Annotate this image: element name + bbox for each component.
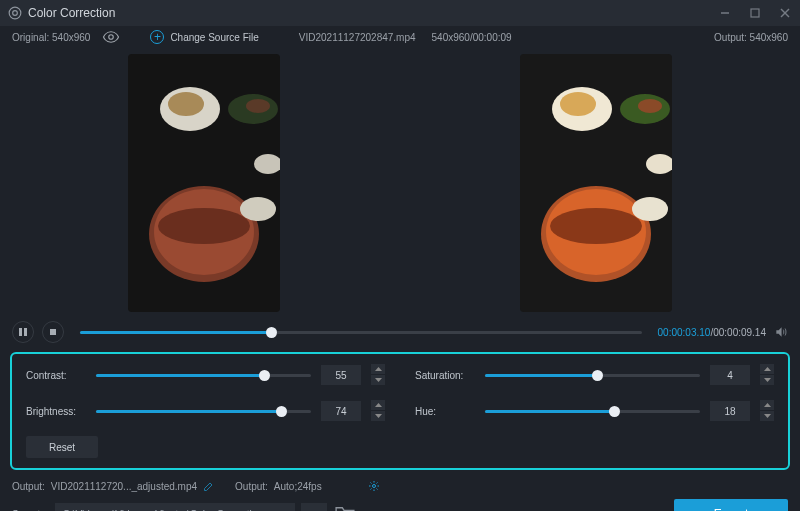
saturation-slider[interactable] <box>485 374 700 377</box>
saturation-value[interactable]: 4 <box>710 365 750 385</box>
saturation-spinner <box>760 364 774 386</box>
preview-area <box>0 48 800 318</box>
contrast-slider[interactable] <box>96 374 311 377</box>
reset-button[interactable]: Reset <box>26 436 98 458</box>
play-pause-button[interactable] <box>12 321 34 343</box>
svg-point-6 <box>109 35 114 40</box>
output-format-label: Output: <box>235 481 268 492</box>
brightness-down[interactable] <box>371 411 385 421</box>
saturation-label: Saturation: <box>415 370 475 381</box>
preview-original <box>128 54 280 312</box>
source-resolution-duration: 540x960/00:00:09 <box>432 32 512 43</box>
change-source-link[interactable]: Change Source File <box>170 32 258 43</box>
output-format-value: Auto;24fps <box>274 481 322 492</box>
brightness-label: Brightness: <box>26 406 86 417</box>
brightness-value[interactable]: 74 <box>321 401 361 421</box>
hue-value[interactable]: 18 <box>710 401 750 421</box>
color-controls-panel: Contrast: 55 Saturation: 4 Brightness: 7… <box>10 352 790 470</box>
timeline-bar: 00:00:03.10/00:00:09.14 <box>0 318 800 346</box>
timeline-track[interactable] <box>80 331 642 334</box>
maximize-button[interactable] <box>748 6 762 20</box>
brightness-spinner <box>371 400 385 422</box>
saturation-control: Saturation: 4 <box>415 364 774 386</box>
edit-filename-icon[interactable] <box>203 480 215 492</box>
open-folder-icon[interactable] <box>333 506 357 511</box>
brightness-control: Brightness: 74 <box>26 400 385 422</box>
svg-point-12 <box>168 92 204 116</box>
total-time: /00:00:09.14 <box>710 327 766 338</box>
output-settings-icon[interactable] <box>368 480 380 492</box>
svg-point-20 <box>550 208 642 244</box>
saturation-thumb[interactable] <box>592 370 603 381</box>
contrast-label: Contrast: <box>26 370 86 381</box>
close-button[interactable] <box>778 6 792 20</box>
contrast-thumb[interactable] <box>259 370 270 381</box>
svg-point-14 <box>246 99 270 113</box>
preview-toggle-icon[interactable] <box>102 28 120 46</box>
timeline-time: 00:00:03.10/00:00:09.14 <box>658 327 766 338</box>
output-file-label: Output: <box>12 481 45 492</box>
brightness-thumb[interactable] <box>276 406 287 417</box>
hue-thumb[interactable] <box>609 406 620 417</box>
info-bar: Original: 540x960 + Change Source File V… <box>0 26 800 48</box>
current-time: 00:00:03.10 <box>658 327 711 338</box>
preview-adjusted <box>520 54 672 312</box>
svg-point-16 <box>240 197 276 221</box>
hue-down[interactable] <box>760 411 774 421</box>
svg-rect-3 <box>751 9 759 17</box>
svg-point-0 <box>9 7 21 19</box>
output-file-value: VID2021112720..._adjusted.mp4 <box>51 481 197 492</box>
minimize-button[interactable] <box>718 6 732 20</box>
save-row: Save to: C:\Vidmore\Vidmore Vi...rter\Co… <box>0 496 800 511</box>
hue-up[interactable] <box>760 400 774 410</box>
svg-point-30 <box>372 485 375 488</box>
svg-point-1 <box>13 11 18 16</box>
svg-point-24 <box>638 99 662 113</box>
volume-icon[interactable] <box>774 325 788 339</box>
contrast-control: Contrast: 55 <box>26 364 385 386</box>
contrast-spinner <box>371 364 385 386</box>
reset-wrap: Reset <box>26 436 385 458</box>
timeline-thumb[interactable] <box>266 327 277 338</box>
svg-point-22 <box>560 92 596 116</box>
timeline-progress <box>80 331 271 334</box>
svg-rect-27 <box>19 328 22 336</box>
window-title: Color Correction <box>28 6 702 20</box>
output-info-row: Output: VID2021112720..._adjusted.mp4 Ou… <box>0 476 800 496</box>
svg-point-26 <box>632 197 668 221</box>
brightness-slider[interactable] <box>96 410 311 413</box>
stop-button[interactable] <box>42 321 64 343</box>
saturation-down[interactable] <box>760 375 774 385</box>
hue-control: Hue: 18 <box>415 400 774 422</box>
export-button[interactable]: Export <box>674 499 788 511</box>
output-resolution-label: Output: 540x960 <box>714 32 788 43</box>
app-logo-icon <box>8 6 22 20</box>
contrast-up[interactable] <box>371 364 385 374</box>
hue-label: Hue: <box>415 406 475 417</box>
source-filename: VID20211127202847.mp4 <box>299 32 416 43</box>
svg-rect-28 <box>24 328 27 336</box>
title-bar: Color Correction <box>0 0 800 26</box>
save-path-field[interactable]: C:\Vidmore\Vidmore Vi...rter\Color Corre… <box>55 503 295 511</box>
original-resolution-label: Original: 540x960 <box>12 32 90 43</box>
svg-point-10 <box>158 208 250 244</box>
saturation-up[interactable] <box>760 364 774 374</box>
brightness-up[interactable] <box>371 400 385 410</box>
hue-spinner <box>760 400 774 422</box>
add-source-icon[interactable]: + <box>150 30 164 44</box>
contrast-value[interactable]: 55 <box>321 365 361 385</box>
contrast-down[interactable] <box>371 375 385 385</box>
save-path-dropdown[interactable] <box>301 503 327 511</box>
hue-slider[interactable] <box>485 410 700 413</box>
svg-rect-29 <box>50 329 56 335</box>
